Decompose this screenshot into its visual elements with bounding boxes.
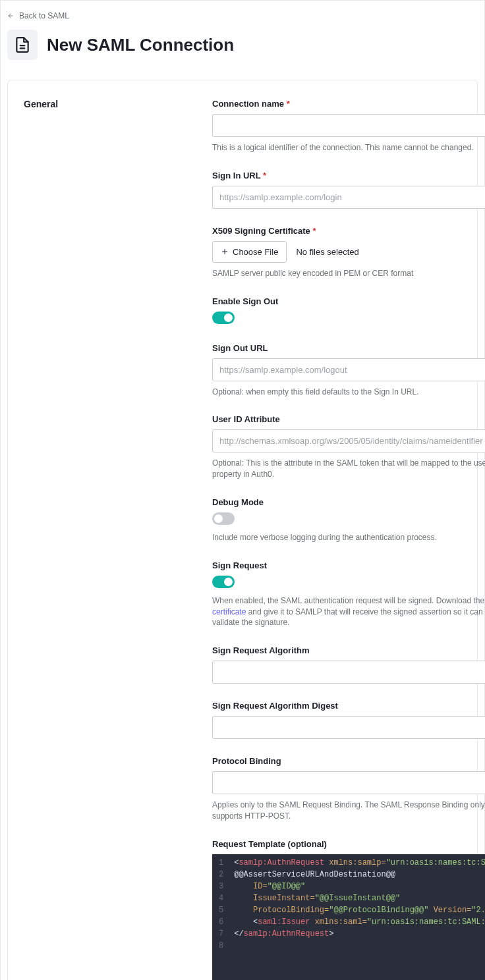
arrow-left-icon xyxy=(7,13,14,19)
connection-name-hint: This is a logical identifier of the conn… xyxy=(212,142,485,153)
certificate-hint: SAMLP server public key encoded in PEM o… xyxy=(212,268,485,279)
code-gutter: 12345678 xyxy=(212,854,229,954)
protocol-binding-hint: Applies only to the SAML Request Binding… xyxy=(212,800,485,822)
enable-sign-out-toggle[interactable] xyxy=(212,312,235,324)
sign-algorithm-digest-select[interactable] xyxy=(212,716,485,739)
request-template-editor[interactable]: 12345678 <samlp:AuthnRequest xmlns:samlp… xyxy=(212,854,485,980)
back-link-label: Back to SAML xyxy=(19,11,69,20)
code-lines[interactable]: <samlp:AuthnRequest xmlns:samlp="urn:oas… xyxy=(229,854,485,954)
back-to-saml-link[interactable]: Back to SAML xyxy=(7,11,478,20)
connection-name-label: Connection name * xyxy=(212,99,485,109)
sign-out-url-input[interactable] xyxy=(212,358,485,381)
request-template-label: Request Template (optional) xyxy=(212,839,485,849)
sign-algorithm-label: Sign Request Algorithm xyxy=(212,645,485,655)
certificate-link[interactable]: certificate xyxy=(212,607,246,616)
sign-request-label: Sign Request xyxy=(212,560,485,570)
debug-mode-hint: Include more verbose logging during the … xyxy=(212,532,485,543)
sign-out-url-label: Sign Out URL xyxy=(212,343,485,353)
debug-mode-label: Debug Mode xyxy=(212,497,485,507)
sign-in-url-input[interactable] xyxy=(212,186,485,209)
certificate-label: X509 Signing Certificate * xyxy=(212,226,485,236)
section-general-title: General xyxy=(24,99,212,980)
document-icon xyxy=(7,30,38,60)
user-id-attribute-hint: Optional: This is the attribute in the S… xyxy=(212,458,485,480)
file-status-text: No files selected xyxy=(296,247,358,257)
sign-request-hint: When enabled, the SAML authentication re… xyxy=(212,595,485,628)
user-id-attribute-label: User ID Attribute xyxy=(212,414,485,424)
choose-file-button[interactable]: Choose File xyxy=(212,241,287,263)
enable-sign-out-label: Enable Sign Out xyxy=(212,296,485,306)
user-id-attribute-input[interactable] xyxy=(212,429,485,452)
plus-icon xyxy=(221,248,229,256)
sign-in-url-label: Sign In URL * xyxy=(212,171,485,180)
page-title: New SAML Connection xyxy=(47,35,234,55)
sign-algorithm-digest-label: Sign Request Algorithm Digest xyxy=(212,701,485,711)
sign-algorithm-select[interactable] xyxy=(212,661,485,684)
connection-name-input[interactable] xyxy=(212,114,485,137)
protocol-binding-label: Protocol Binding xyxy=(212,756,485,766)
page-header: New SAML Connection xyxy=(7,30,478,60)
debug-mode-toggle[interactable] xyxy=(212,512,235,525)
sign-request-toggle[interactable] xyxy=(212,576,235,588)
sign-out-url-hint: Optional: when empty this field defaults… xyxy=(212,387,485,398)
protocol-binding-select[interactable] xyxy=(212,771,485,794)
